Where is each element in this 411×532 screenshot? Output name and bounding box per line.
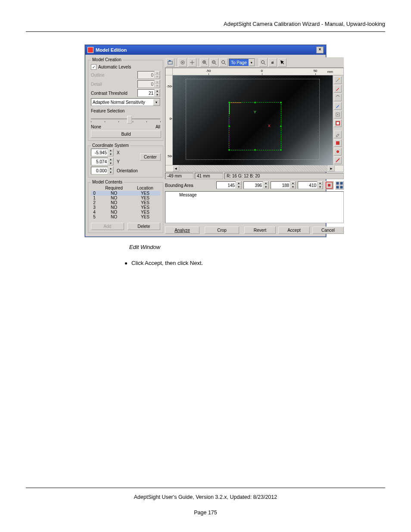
wand-tool-icon[interactable] <box>334 76 342 84</box>
open-image-icon[interactable] <box>166 58 174 67</box>
coordinate-system-title: Coordinate System <box>91 143 130 148</box>
sensitivity-select[interactable]: Adaptive Normal Sensitivity ▼ <box>91 98 160 106</box>
bound-1-input[interactable] <box>217 182 236 188</box>
ruler-unit: mm <box>327 70 333 74</box>
svg-rect-30 <box>340 186 343 189</box>
svg-rect-28 <box>340 182 343 185</box>
zoom-in-icon[interactable] <box>200 58 209 67</box>
table-row[interactable]: 5NOYES <box>91 215 160 219</box>
coord-orient-label: Orientation <box>116 168 138 173</box>
message-header: Message <box>179 193 197 197</box>
bound-1-spinner[interactable]: ▲▼ <box>216 181 242 189</box>
accept-button[interactable]: Accept <box>278 227 310 234</box>
svg-rect-26 <box>328 184 330 187</box>
move-tool-icon[interactable] <box>334 119 342 127</box>
model-contents-group: Model Contents Required Location 0NOYES1… <box>88 182 163 233</box>
svg-point-24 <box>336 150 339 153</box>
table-row[interactable]: 0NOYES <box>91 191 160 196</box>
image-viewer: mm -50050 -50050 X Y <box>165 68 344 172</box>
contrast-threshold-spinner[interactable]: ▲▼ <box>137 89 160 97</box>
footer-text: AdeptSight User's Guide, Version 3.2.x, … <box>26 494 385 500</box>
chevron-down-icon: ▼ <box>153 99 160 106</box>
crosshair-icon[interactable] <box>188 58 196 67</box>
build-button[interactable]: Build <box>91 131 161 138</box>
feature-selection-label: Feature Selection <box>91 109 125 113</box>
model-contents-table: Required Location 0NOYES1NOYES2NOYES3NOY… <box>91 185 160 219</box>
bound-4-input[interactable] <box>298 182 317 188</box>
brush-tool-icon[interactable] <box>334 102 342 110</box>
coord-x-input[interactable] <box>91 149 108 156</box>
scrollbar-horizontal[interactable]: ◄ ► <box>172 165 335 171</box>
ruler-vertical: -50050 <box>165 75 173 165</box>
detail-spinner: ▲▼ <box>137 80 160 88</box>
zoom-region-icon[interactable] <box>219 58 228 67</box>
automatic-levels-label: Automatic Levels <box>98 65 131 69</box>
pencil-tool-icon[interactable] <box>334 85 342 93</box>
close-button[interactable]: × <box>316 47 324 53</box>
cancel-button[interactable]: Cancel <box>312 227 344 234</box>
stop-tool-icon[interactable] <box>334 139 342 147</box>
coord-y-spinner[interactable]: ▲▼ <box>91 158 114 165</box>
titlebar: Model Edition × <box>85 45 326 55</box>
svg-rect-0 <box>168 61 172 64</box>
coord-orient-spinner[interactable]: ▲▼ <box>91 167 114 174</box>
automatic-levels-checkbox[interactable]: ✓ <box>91 64 97 70</box>
figure-caption: Edit Window <box>129 244 385 250</box>
record-tool-icon[interactable] <box>334 148 342 156</box>
bound-2-spinner[interactable]: ▲▼ <box>243 181 269 189</box>
pan-hand-icon[interactable] <box>268 58 277 67</box>
clear-tool-icon[interactable] <box>334 156 342 164</box>
coord-y-input[interactable] <box>91 159 108 165</box>
delete-button[interactable]: Delete <box>128 223 161 230</box>
image-canvas[interactable]: X Y <box>173 75 333 165</box>
slider-none-label: None <box>91 124 101 129</box>
model-overlay[interactable]: X Y <box>229 102 281 150</box>
ruler-horizontal: mm -50050 <box>173 68 335 75</box>
detail-label: Detail <box>91 82 136 87</box>
instruction-text: Click Accept, then click Next. <box>131 260 203 266</box>
table-row[interactable]: 2NOYES <box>91 200 160 205</box>
slider-all-label: All <box>156 124 160 129</box>
fit-bounds-icon[interactable] <box>325 181 333 190</box>
crop-button[interactable]: Crop <box>205 227 239 234</box>
col-location: Location <box>130 185 160 191</box>
bound-2-input[interactable] <box>244 182 263 188</box>
coord-orient-input[interactable] <box>91 168 108 174</box>
analyze-button[interactable]: Analyze <box>165 227 199 234</box>
bounding-area-label: Bounding Area <box>165 183 195 188</box>
sensitivity-value: Adaptive Normal Sensitivity <box>93 100 145 105</box>
bound-3-spinner[interactable]: ▲▼ <box>271 181 296 189</box>
bound-3-input[interactable] <box>271 182 290 188</box>
bound-4-spinner[interactable]: ▲▼ <box>298 181 323 189</box>
model-contents-title: Model Contents <box>91 180 124 184</box>
zoom-out-icon[interactable] <box>210 58 218 67</box>
table-row[interactable]: 1NOYES <box>91 196 160 200</box>
model-creation-title: Model Creation <box>91 57 123 62</box>
eyedropper-tool-icon[interactable] <box>334 131 342 138</box>
pointer-icon[interactable] <box>278 58 286 67</box>
coord-y-label: Y <box>116 159 138 164</box>
zoom-select[interactable]: To Page ▼ <box>229 59 255 66</box>
scroll-left-icon[interactable]: ◄ <box>172 165 179 171</box>
svg-line-7 <box>206 63 207 65</box>
bounding-area-bar: Bounding Area ▲▼ ▲▼ ▲▼ ▲▼ <box>165 181 344 190</box>
settings-gear-icon[interactable] <box>178 58 187 67</box>
scroll-right-icon[interactable]: ► <box>328 165 335 171</box>
contrast-threshold-label: Contrast Threshold <box>91 91 136 96</box>
feature-selection-slider[interactable] <box>91 115 160 123</box>
coord-x-spinner[interactable]: ▲▼ <box>91 149 114 156</box>
slider-thumb[interactable] <box>127 116 132 124</box>
magnifier-icon[interactable] <box>259 58 268 67</box>
select-up-icon[interactable] <box>334 93 342 101</box>
center-button[interactable]: Center <box>140 153 161 161</box>
svg-point-15 <box>261 61 264 64</box>
region-tool-icon[interactable] <box>334 111 342 118</box>
contrast-threshold-input[interactable] <box>138 90 154 96</box>
svg-point-18 <box>339 78 339 79</box>
status-x: -49 mm <box>165 173 193 179</box>
svg-point-20 <box>337 114 338 115</box>
revert-button[interactable]: Revert <box>244 227 276 234</box>
table-row[interactable]: 3NOYES <box>91 205 160 210</box>
table-row[interactable]: 4NOYES <box>91 210 160 215</box>
grid-bounds-icon[interactable] <box>335 181 344 190</box>
